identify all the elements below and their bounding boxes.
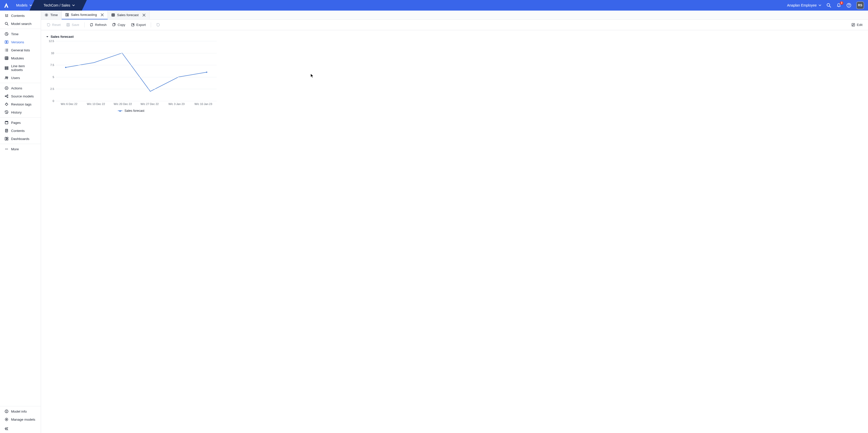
sidebar-item-label: Contents [11, 14, 25, 18]
svg-point-52 [6, 419, 7, 420]
svg-rect-55 [67, 13, 68, 15]
user-menu[interactable]: Anaplan Employee [787, 3, 821, 7]
collapse-sidebar-button[interactable] [0, 425, 41, 433]
tab-label: Sales forecasting [71, 13, 97, 17]
sidebar-item-label: Pages [11, 121, 21, 125]
x-tick-label: W/c 20 Dec 22 [109, 102, 136, 105]
more-icon [4, 147, 8, 151]
sidebar-item-revision-tags[interactable]: Revision tags [0, 100, 41, 108]
tab-label: Sales forecast [117, 13, 139, 17]
share-icon [4, 94, 8, 98]
sidebar-item-line-item-subsets[interactable]: Line item subsets [0, 62, 41, 74]
svg-point-7 [5, 22, 7, 25]
sidebar-item-model-search[interactable]: Model search [0, 20, 41, 28]
app-header: Models TechCom / Sales Anaplan Employee … [0, 0, 868, 10]
sidebar-item-pages[interactable]: Pages [0, 119, 41, 127]
svg-point-14 [5, 51, 5, 51]
sidebar-item-source-models[interactable]: Source models [0, 92, 41, 100]
search-button[interactable] [826, 3, 831, 8]
notification-badge: 3 [840, 1, 843, 5]
sidebar-item-label: Manage models [11, 417, 35, 422]
copy-label: Copy [118, 23, 125, 27]
content: Sales forecast 02.557.51012.5 W/c 6 Dec … [41, 30, 868, 116]
sidebar-item-modules[interactable]: Modules [0, 54, 41, 62]
svg-rect-45 [7, 139, 8, 140]
edit-button[interactable]: Edit [849, 22, 865, 28]
save-button[interactable]: Save [64, 22, 82, 28]
sidebar-item-model-info[interactable]: Model info [0, 407, 41, 415]
table-icon [111, 13, 115, 17]
x-tick-label: W/c 10 Jan 23 [190, 102, 217, 105]
sidebar-item-manage-models[interactable]: Manage models [0, 415, 41, 424]
sidebar: ContentsModel search TimeVersionsGeneral… [0, 10, 41, 433]
list-icon [4, 48, 8, 52]
tab-time[interactable]: Time [41, 10, 62, 20]
svg-point-38 [6, 121, 6, 122]
close-icon [100, 13, 104, 17]
tab-label: Time [50, 13, 58, 17]
chart-card: Sales forecast 02.557.51012.5 W/c 6 Dec … [45, 34, 217, 113]
x-tick-label: W/c 13 Dec 22 [83, 102, 110, 105]
avatar-initials: RS [858, 3, 863, 7]
sidebar-item-history[interactable]: History [0, 108, 41, 116]
y-tick-label: 2.5 [50, 87, 54, 90]
svg-rect-65 [113, 24, 115, 26]
legend-label: Sales forecast [124, 109, 144, 113]
sidebar-item-contents-nav[interactable]: Contents [0, 127, 41, 135]
svg-rect-63 [67, 23, 69, 24]
refresh-button[interactable]: Refresh [87, 22, 109, 28]
sidebar-item-dashboards[interactable]: Dashboards [0, 135, 41, 143]
svg-point-12 [5, 49, 5, 49]
reset-button[interactable]: Reset [44, 22, 63, 28]
svg-rect-44 [7, 137, 8, 138]
svg-point-46 [5, 149, 6, 150]
sidebar-item-contents-top[interactable]: Contents [0, 11, 41, 20]
svg-point-27 [7, 77, 8, 78]
breadcrumb[interactable]: TechCom / Sales [36, 0, 80, 10]
x-axis: W/c 6 Dec 22W/c 13 Dec 22W/c 20 Dec 22W/… [56, 102, 217, 105]
svg-rect-43 [5, 137, 6, 140]
sidebar-item-general-lists[interactable]: General lists [0, 46, 41, 54]
svg-rect-67 [851, 23, 855, 26]
svg-point-37 [5, 121, 6, 122]
svg-point-34 [6, 103, 7, 104]
page-icon [4, 121, 8, 125]
svg-rect-25 [5, 69, 8, 70]
svg-point-50 [6, 410, 7, 411]
undo-icon [46, 23, 50, 27]
copy-button[interactable]: Copy [110, 22, 128, 28]
gear-icon [44, 13, 48, 17]
sidebar-item-time[interactable]: Time [0, 30, 41, 38]
body: ContentsModel search TimeVersionsGeneral… [0, 10, 868, 433]
card-header[interactable]: Sales forecast [45, 34, 217, 41]
legend-swatch [118, 111, 122, 111]
app-logo[interactable] [0, 0, 12, 10]
svg-rect-23 [5, 67, 8, 67]
play-circle-icon [4, 86, 8, 90]
svg-line-8 [7, 24, 8, 25]
main: TimeSales forecastingSales forecast Rese… [41, 10, 868, 433]
svg-rect-11 [7, 41, 8, 43]
sidebar-item-versions[interactable]: Versions [0, 38, 41, 46]
tabs: TimeSales forecastingSales forecast [41, 10, 868, 20]
sidebar-item-label: Versions [11, 40, 24, 44]
close-tab-button[interactable] [100, 13, 104, 17]
tab-sales-forecast[interactable]: Sales forecast [108, 10, 150, 20]
sidebar-item-more[interactable]: More [0, 145, 41, 153]
sidebar-item-label: Source models [11, 94, 34, 98]
refresh-label: Refresh [95, 23, 107, 27]
help-button[interactable] [846, 3, 851, 8]
sidebar-item-actions[interactable]: Actions [0, 84, 41, 92]
undo-history-button[interactable] [154, 22, 162, 28]
sidebar-item-users[interactable]: Users [0, 74, 41, 82]
svg-point-0 [827, 3, 830, 6]
tab-sales-forecasting[interactable]: Sales forecasting [62, 10, 108, 20]
export-label: Export [136, 23, 146, 27]
close-tab-button[interactable] [142, 13, 146, 17]
sidebar-item-label: Users [11, 76, 20, 80]
notifications-button[interactable]: 3 [836, 3, 841, 8]
export-button[interactable]: Export [128, 22, 149, 28]
avatar[interactable]: RS [857, 1, 864, 9]
tag-icon [4, 102, 8, 106]
sidebar-item-label: Model info [11, 410, 27, 413]
